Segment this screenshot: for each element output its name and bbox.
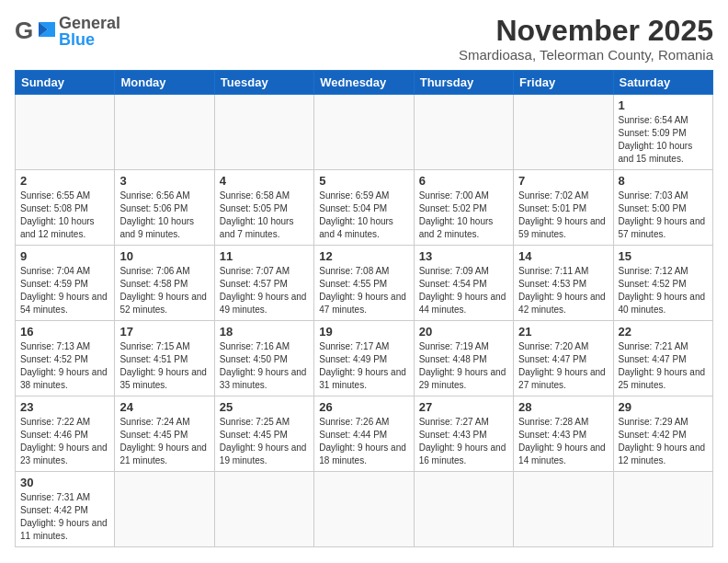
day-info: Sunrise: 6:54 AM Sunset: 5:09 PM Dayligh…: [619, 114, 708, 166]
calendar-day-cell: 7Sunrise: 7:02 AM Sunset: 5:01 PM Daylig…: [514, 170, 613, 246]
day-info: Sunrise: 7:22 AM Sunset: 4:46 PM Dayligh…: [20, 416, 109, 467]
calendar-day-cell: 30Sunrise: 7:31 AM Sunset: 4:42 PM Dayli…: [16, 472, 115, 547]
day-info: Sunrise: 7:12 AM Sunset: 4:52 PM Dayligh…: [619, 265, 708, 316]
day-number: 27: [419, 400, 508, 414]
calendar-day-cell: 21Sunrise: 7:20 AM Sunset: 4:47 PM Dayli…: [514, 321, 613, 396]
logo: G General Blue: [15, 15, 120, 48]
day-number: 22: [619, 325, 708, 339]
day-info: Sunrise: 6:59 AM Sunset: 5:04 PM Dayligh…: [319, 190, 408, 241]
day-number: 4: [220, 174, 309, 188]
calendar-day-cell: 2Sunrise: 6:55 AM Sunset: 5:08 PM Daylig…: [16, 170, 115, 246]
calendar-day-cell: [314, 472, 414, 547]
day-number: 16: [20, 325, 109, 339]
day-number: 26: [319, 400, 408, 414]
calendar-day-cell: [115, 472, 214, 547]
day-info: Sunrise: 7:21 AM Sunset: 4:47 PM Dayligh…: [619, 340, 708, 392]
calendar-day-cell: 11Sunrise: 7:07 AM Sunset: 4:57 PM Dayli…: [214, 246, 313, 321]
calendar-day-cell: 29Sunrise: 7:29 AM Sunset: 4:42 PM Dayli…: [613, 396, 712, 472]
page: G General Blue November 2025 Smardioasa,…: [0, 0, 728, 562]
day-info: Sunrise: 7:07 AM Sunset: 4:57 PM Dayligh…: [220, 265, 309, 316]
calendar-day-cell: 6Sunrise: 7:00 AM Sunset: 5:02 PM Daylig…: [414, 170, 513, 246]
calendar-day-cell: 22Sunrise: 7:21 AM Sunset: 4:47 PM Dayli…: [613, 321, 712, 396]
calendar-day-cell: [514, 472, 613, 547]
day-info: Sunrise: 7:13 AM Sunset: 4:52 PM Dayligh…: [20, 340, 109, 392]
day-info: Sunrise: 7:15 AM Sunset: 4:51 PM Dayligh…: [119, 340, 209, 392]
day-info: Sunrise: 7:06 AM Sunset: 4:58 PM Dayligh…: [119, 265, 209, 316]
day-number: 30: [20, 476, 109, 489]
day-info: Sunrise: 7:27 AM Sunset: 4:43 PM Dayligh…: [419, 416, 508, 467]
day-info: Sunrise: 7:19 AM Sunset: 4:48 PM Dayligh…: [419, 340, 508, 392]
day-number: 13: [419, 249, 508, 263]
col-wednesday: Wednesday: [314, 71, 414, 95]
col-saturday: Saturday: [613, 71, 712, 95]
day-info: Sunrise: 6:58 AM Sunset: 5:05 PM Dayligh…: [220, 190, 309, 241]
day-info: Sunrise: 6:55 AM Sunset: 5:08 PM Dayligh…: [20, 190, 109, 241]
day-number: 23: [20, 400, 109, 414]
day-number: 20: [419, 325, 508, 339]
calendar-week-row: 9Sunrise: 7:04 AM Sunset: 4:59 PM Daylig…: [16, 246, 713, 321]
col-friday: Friday: [514, 71, 613, 95]
header: G General Blue November 2025 Smardioasa,…: [15, 15, 713, 63]
col-monday: Monday: [115, 71, 214, 95]
calendar-day-cell: 5Sunrise: 6:59 AM Sunset: 5:04 PM Daylig…: [314, 170, 414, 246]
col-thursday: Thursday: [414, 71, 513, 95]
day-info: Sunrise: 7:16 AM Sunset: 4:50 PM Dayligh…: [220, 340, 309, 392]
col-tuesday: Tuesday: [214, 71, 313, 95]
calendar-day-cell: 4Sunrise: 6:58 AM Sunset: 5:05 PM Daylig…: [214, 170, 313, 246]
calendar-day-cell: 13Sunrise: 7:09 AM Sunset: 4:54 PM Dayli…: [414, 246, 513, 321]
calendar-week-row: 30Sunrise: 7:31 AM Sunset: 4:42 PM Dayli…: [16, 472, 713, 547]
day-info: Sunrise: 7:00 AM Sunset: 5:02 PM Dayligh…: [419, 190, 508, 241]
calendar-day-cell: [514, 95, 613, 170]
day-number: 5: [319, 174, 408, 188]
calendar-day-cell: 28Sunrise: 7:28 AM Sunset: 4:43 PM Dayli…: [514, 396, 613, 472]
calendar-day-cell: 1Sunrise: 6:54 AM Sunset: 5:09 PM Daylig…: [613, 95, 712, 170]
day-number: 24: [119, 400, 209, 414]
calendar-day-cell: 20Sunrise: 7:19 AM Sunset: 4:48 PM Dayli…: [414, 321, 513, 396]
day-number: 3: [119, 174, 209, 188]
calendar-day-cell: 14Sunrise: 7:11 AM Sunset: 4:53 PM Dayli…: [514, 246, 613, 321]
calendar-week-row: 23Sunrise: 7:22 AM Sunset: 4:46 PM Dayli…: [16, 396, 713, 472]
day-info: Sunrise: 7:26 AM Sunset: 4:44 PM Dayligh…: [319, 416, 408, 467]
calendar-week-row: 2Sunrise: 6:55 AM Sunset: 5:08 PM Daylig…: [16, 170, 713, 246]
calendar-day-cell: [16, 95, 115, 170]
day-number: 11: [220, 249, 309, 263]
calendar-week-row: 16Sunrise: 7:13 AM Sunset: 4:52 PM Dayli…: [16, 321, 713, 396]
day-info: Sunrise: 7:29 AM Sunset: 4:42 PM Dayligh…: [619, 416, 708, 467]
day-info: Sunrise: 7:20 AM Sunset: 4:47 PM Dayligh…: [518, 340, 608, 392]
logo-blue: Blue: [59, 31, 120, 48]
col-sunday: Sunday: [16, 71, 115, 95]
day-info: Sunrise: 7:24 AM Sunset: 4:45 PM Dayligh…: [119, 416, 209, 467]
calendar-day-cell: 26Sunrise: 7:26 AM Sunset: 4:44 PM Dayli…: [314, 396, 414, 472]
title-block: November 2025 Smardioasa, Teleorman Coun…: [459, 15, 713, 63]
calendar-day-cell: [613, 472, 712, 547]
calendar-day-cell: 24Sunrise: 7:24 AM Sunset: 4:45 PM Dayli…: [115, 396, 214, 472]
day-info: Sunrise: 7:02 AM Sunset: 5:01 PM Dayligh…: [518, 190, 608, 241]
logo-icon: G: [15, 15, 55, 48]
day-number: 9: [20, 249, 109, 263]
calendar-day-cell: 19Sunrise: 7:17 AM Sunset: 4:49 PM Dayli…: [314, 321, 414, 396]
calendar-day-cell: 17Sunrise: 7:15 AM Sunset: 4:51 PM Dayli…: [115, 321, 214, 396]
day-info: Sunrise: 7:25 AM Sunset: 4:45 PM Dayligh…: [220, 416, 309, 467]
day-info: Sunrise: 6:56 AM Sunset: 5:06 PM Dayligh…: [119, 190, 209, 241]
calendar-day-cell: [214, 95, 313, 170]
calendar-day-cell: 12Sunrise: 7:08 AM Sunset: 4:55 PM Dayli…: [314, 246, 414, 321]
day-number: 7: [518, 174, 608, 188]
day-number: 10: [119, 249, 209, 263]
calendar-day-cell: 9Sunrise: 7:04 AM Sunset: 4:59 PM Daylig…: [16, 246, 115, 321]
calendar-day-cell: 8Sunrise: 7:03 AM Sunset: 5:00 PM Daylig…: [613, 170, 712, 246]
calendar-day-cell: 27Sunrise: 7:27 AM Sunset: 4:43 PM Dayli…: [414, 396, 513, 472]
calendar-day-cell: 15Sunrise: 7:12 AM Sunset: 4:52 PM Dayli…: [613, 246, 712, 321]
month-title: November 2025: [459, 15, 713, 47]
day-number: 6: [419, 174, 508, 188]
day-number: 14: [518, 249, 608, 263]
day-info: Sunrise: 7:11 AM Sunset: 4:53 PM Dayligh…: [518, 265, 608, 316]
day-number: 18: [220, 325, 309, 339]
calendar-day-cell: 10Sunrise: 7:06 AM Sunset: 4:58 PM Dayli…: [115, 246, 214, 321]
day-number: 19: [319, 325, 408, 339]
svg-text:G: G: [15, 17, 33, 44]
day-info: Sunrise: 7:31 AM Sunset: 4:42 PM Dayligh…: [20, 491, 109, 543]
day-number: 21: [518, 325, 608, 339]
day-info: Sunrise: 7:28 AM Sunset: 4:43 PM Dayligh…: [518, 416, 608, 467]
calendar-day-cell: 18Sunrise: 7:16 AM Sunset: 4:50 PM Dayli…: [214, 321, 313, 396]
day-info: Sunrise: 7:03 AM Sunset: 5:00 PM Dayligh…: [619, 190, 708, 241]
